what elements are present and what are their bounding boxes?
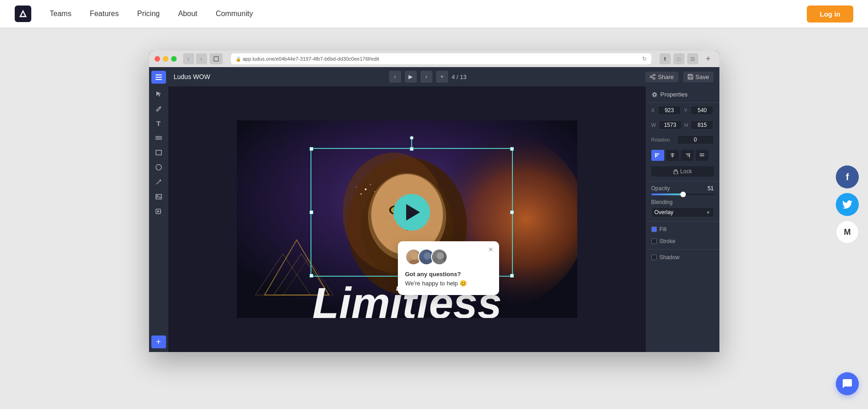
save-btn[interactable]: Save — [683, 72, 714, 82]
nav-community[interactable]: Community — [216, 10, 253, 18]
chat-popup-close-btn[interactable]: ✕ — [488, 246, 494, 253]
app-inner: Ludus WOW ‹ ▶ › + 4 / 13 Share — [168, 67, 719, 352]
editor-area: Limitless — [168, 86, 719, 352]
prev-slide-btn[interactable]: ‹ — [389, 71, 401, 83]
svg-point-55 — [409, 260, 420, 265]
nav-pricing[interactable]: Pricing — [137, 10, 160, 18]
browser-actions: ⬆ □ ⊡ — [660, 53, 698, 64]
align-center-btn[interactable] — [666, 150, 679, 161]
play-btn[interactable]: ▶ — [405, 71, 417, 83]
rotation-input[interactable] — [677, 135, 714, 144]
tool-list[interactable] — [151, 131, 166, 144]
slide-counter: 4 / 13 — [452, 74, 467, 80]
y-input[interactable] — [690, 106, 713, 115]
w-label: W — [651, 122, 656, 128]
nav-teams[interactable]: Teams — [50, 10, 71, 18]
panel-title-text: Properties — [661, 91, 688, 98]
canvas-area[interactable]: Limitless — [168, 86, 646, 352]
nav-about[interactable]: About — [178, 10, 197, 18]
svg-point-16 — [650, 76, 652, 78]
blending-select[interactable]: Overlay ▼ — [651, 207, 714, 217]
close-window-btn[interactable] — [155, 56, 160, 62]
x-input[interactable] — [658, 106, 681, 115]
svg-point-60 — [653, 93, 656, 96]
fill-checkbox[interactable] — [651, 227, 657, 232]
svg-point-34 — [416, 207, 421, 213]
align-justify-btn[interactable] — [696, 150, 708, 161]
tool-add-btn[interactable]: + — [151, 335, 166, 348]
svg-point-38 — [402, 218, 413, 225]
lock-btn[interactable]: Lock — [651, 166, 714, 176]
slide-canvas: Limitless — [168, 86, 646, 352]
browser-chrome: ‹ › 🔒 app.ludus.one/e04b44e7-3197-4fb7-b… — [149, 51, 719, 67]
next-slide-btn[interactable]: › — [420, 71, 432, 83]
browser-tab-btn[interactable] — [210, 53, 223, 64]
chat-fab-btn[interactable] — [836, 372, 859, 395]
browser-forward-btn[interactable]: › — [196, 53, 207, 64]
opacity-thumb[interactable] — [680, 192, 686, 197]
menu-btn[interactable] — [151, 71, 166, 84]
tool-video[interactable] — [151, 205, 166, 218]
twitter-btn[interactable] — [836, 193, 859, 216]
stroke-checkbox[interactable] — [651, 239, 657, 244]
w-input[interactable] — [659, 120, 682, 130]
url-text: app.ludus.one/e04b44e7-3197-4fb7-b6bd-dd… — [243, 56, 379, 62]
lock-row: Lock — [646, 164, 719, 179]
svg-point-58 — [437, 252, 444, 260]
logo[interactable] — [15, 6, 31, 22]
browser-back-btn[interactable]: ‹ — [183, 53, 194, 64]
tool-pen[interactable] — [151, 102, 166, 115]
tool-ellipse[interactable] — [151, 161, 166, 174]
tool-image[interactable] — [151, 190, 166, 203]
panel-title: Properties — [646, 86, 719, 103]
tool-cursor[interactable] — [151, 87, 166, 100]
slide-content: Limitless — [237, 120, 577, 318]
shadow-checkbox[interactable] — [651, 255, 657, 260]
tool-rect[interactable] — [151, 146, 166, 159]
login-button[interactable]: Log in — [807, 6, 853, 23]
align-right-btn[interactable] — [681, 150, 694, 161]
tool-text[interactable]: T — [151, 117, 166, 130]
add-slide-btn[interactable]: + — [436, 71, 448, 83]
svg-point-56 — [424, 252, 431, 260]
facebook-btn[interactable]: f — [836, 165, 859, 188]
svg-point-36 — [419, 208, 420, 210]
opacity-slider[interactable] — [651, 193, 714, 195]
svg-rect-10 — [156, 194, 161, 199]
svg-rect-20 — [689, 77, 692, 79]
blending-chevron-icon: ▼ — [706, 210, 711, 215]
main-content: ‹ › 🔒 app.ludus.one/e04b44e7-3197-4fb7-b… — [0, 0, 868, 409]
maximize-window-btn[interactable] — [171, 56, 177, 62]
chat-avatars — [405, 249, 492, 265]
app-actions: Share Save — [645, 72, 713, 82]
h-label: H — [684, 122, 688, 128]
align-buttons — [646, 147, 719, 164]
svg-marker-13 — [161, 210, 161, 212]
share-btn[interactable]: Share — [645, 72, 678, 82]
minimize-window-btn[interactable] — [163, 56, 168, 62]
lock-label: Lock — [680, 168, 692, 175]
browser-bookmark-icon[interactable]: □ — [673, 53, 684, 64]
opacity-value: 51 — [707, 185, 713, 192]
browser-extend-icon[interactable]: ⊡ — [687, 53, 698, 64]
x-y-row: X Y — [646, 103, 719, 118]
chat-title: Got any questions? — [405, 271, 461, 278]
svg-point-49 — [370, 184, 371, 185]
url-bar[interactable]: 🔒 app.ludus.one/e04b44e7-3197-4fb7-b6bd-… — [231, 53, 651, 64]
svg-point-50 — [360, 193, 362, 195]
medium-btn[interactable]: M — [836, 221, 859, 244]
browser-share-icon[interactable]: ⬆ — [660, 53, 671, 64]
twitter-icon — [842, 200, 852, 209]
tool-arrow[interactable] — [151, 176, 166, 188]
medium-icon: M — [844, 227, 851, 237]
shadow-row: Shadow — [646, 251, 719, 263]
svg-rect-1 — [214, 57, 218, 61]
align-left-btn[interactable] — [651, 150, 664, 161]
chat-popup-text: Got any questions? We're happy to help 😊 — [405, 270, 492, 288]
svg-point-43 — [429, 221, 431, 222]
svg-marker-14 — [157, 210, 160, 213]
blending-value: Overlay — [655, 209, 673, 216]
nav-features[interactable]: Features — [90, 10, 119, 18]
h-input[interactable] — [690, 120, 713, 130]
add-tab-btn[interactable]: + — [703, 53, 714, 64]
